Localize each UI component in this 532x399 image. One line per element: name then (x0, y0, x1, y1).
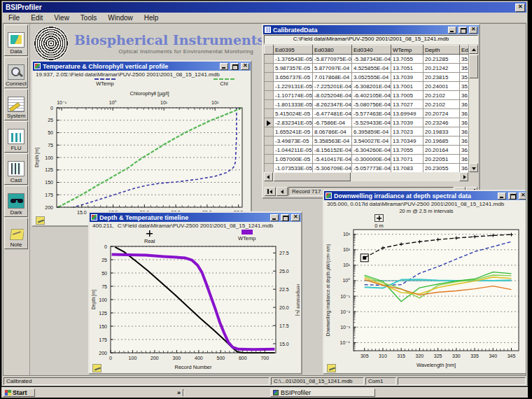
table-cell: 13.7071 (391, 155, 424, 164)
scroll-right-icon[interactable] (459, 172, 468, 181)
table-row[interactable]: -1.229131E-05-7.225201E-04-6.308201E-041… (265, 82, 469, 91)
column-header[interactable]: Depth (424, 46, 460, 55)
menu-edit[interactable]: Edit (25, 13, 48, 22)
table-cell: 5.877097E-04 (313, 64, 352, 73)
note-badge-icon[interactable] (36, 216, 45, 225)
row-selector[interactable] (265, 55, 274, 64)
close-icon[interactable] (291, 214, 300, 221)
table-row[interactable]: -1.107174E-05-8.025204E-04-6.402105E-041… (265, 91, 469, 100)
scroll-up-icon[interactable] (469, 45, 478, 54)
table-row[interactable]: 1.655241E-058.06786E-046.395859E-0413.70… (265, 127, 469, 136)
minimize-icon[interactable] (270, 214, 279, 221)
row-selector[interactable] (265, 127, 274, 136)
menu-tools[interactable]: Tools (75, 13, 102, 22)
table-cell: 35. (460, 64, 469, 73)
profile-chart[interactable]: 15.017.520.022.525.027.5Temperature [C]1… (33, 90, 249, 224)
table-row[interactable]: -1.801333E-05-8.262347E-04-5.080756E-041… (265, 100, 469, 109)
table-row[interactable]: -2.832341E-05-6.7586E-04-5.529433E-0413.… (265, 118, 469, 127)
horizontal-scrollbar[interactable] (264, 172, 468, 181)
prev-record-icon[interactable] (276, 187, 288, 196)
window-timeline-titlebar[interactable]: Depth & Temperature timeline (90, 213, 301, 222)
task-button-bsiprofiler[interactable]: BSIProfiler (270, 388, 375, 397)
menu-file[interactable]: File (3, 13, 25, 22)
row-selector[interactable] (265, 73, 274, 82)
close-icon[interactable] (469, 27, 477, 34)
table-cell: 20.2102 (424, 91, 460, 100)
table-row[interactable]: -1.376543E-05-5.8770975E-04-5.387343E-04… (265, 55, 469, 64)
window-title: Temperature & Chlorophyll vertical profi… (43, 63, 218, 70)
window-calibrated-titlebar[interactable]: CalibratedData (263, 25, 479, 34)
table-cell: -2.832341E-05 (274, 118, 313, 127)
maximize-icon[interactable] (281, 214, 289, 221)
close-icon[interactable] (515, 4, 525, 12)
row-selector[interactable] (265, 64, 274, 73)
window-title: Depth & Temperature timeline (99, 214, 268, 221)
windows-flag-icon (5, 390, 11, 396)
scrollbar-thumb[interactable] (469, 55, 478, 78)
row-selector[interactable] (265, 155, 274, 164)
toolbar-button-system[interactable]: System (4, 89, 28, 120)
toolbar-button-connect[interactable]: Connect (4, 57, 28, 88)
scroll-left-icon[interactable] (264, 172, 273, 181)
minimize-icon[interactable] (498, 192, 506, 200)
table-row[interactable]: 5.987357E-055.877097E-044.525855E-0413.7… (265, 64, 469, 73)
row-selector-header[interactable] (265, 46, 274, 55)
table-row[interactable]: -1.073533E-05-5.306709E-04-5.057773E-041… (265, 164, 469, 173)
table-row[interactable]: 3.656737E-057.017868E-043.052555E-0413.7… (265, 73, 469, 82)
data-file-path: C:\Field data\Miramar\PUV-2500 2001\2001… (90, 223, 301, 229)
minimize-icon[interactable] (220, 63, 228, 70)
column-header[interactable]: WTemp (391, 46, 424, 55)
row-selector[interactable] (265, 136, 274, 146)
vertical-scrollbar[interactable] (468, 45, 478, 172)
legend-swatch (241, 230, 253, 234)
cursor-readout: 400.211, (92, 223, 114, 229)
maximize-icon[interactable] (230, 63, 239, 70)
column-header[interactable]: Ed0395 (274, 46, 313, 55)
note-badge-icon[interactable] (92, 364, 102, 372)
scrollbar-thumb[interactable] (274, 172, 351, 181)
scroll-down-icon[interactable] (469, 163, 478, 172)
toolbar-button-note[interactable]: Note (4, 218, 28, 249)
toolbar-overflow-chevron-icon[interactable]: » (177, 389, 181, 396)
note-badge-icon[interactable] (327, 364, 336, 372)
row-selector[interactable] (265, 118, 274, 127)
spectral-chart[interactable]: 305310315320325330335340345Wavelength [n… (324, 225, 526, 369)
close-icon[interactable] (519, 192, 526, 200)
column-header[interactable]: Ed3 (460, 46, 469, 55)
first-record-icon[interactable] (265, 187, 276, 196)
toolbar-button-data[interactable]: Data (4, 24, 28, 56)
maximize-icon[interactable] (458, 27, 467, 34)
svg-text:Chlorophyll [µg/l]: Chlorophyll [µg/l] (130, 90, 169, 97)
toolbar-button-cast[interactable]: Cast (4, 153, 28, 185)
table-row[interactable]: 1.057000E-05-5.410417E-04-0.300000E-0413… (265, 155, 469, 164)
row-selector[interactable] (265, 109, 274, 118)
timeline-chart[interactable]: 0100200300400500600700Record Number02550… (90, 241, 300, 371)
table-cell: 35. (460, 82, 469, 91)
column-header[interactable]: Ed0340 (352, 46, 391, 55)
task-label: BSIProfiler (281, 389, 311, 396)
table-row[interactable]: 5.415024E-05-6.477481E-04-5.577463E-0413… (265, 109, 469, 118)
table-row[interactable]: -3.49873E-055.358563E-043.540027E-0413.7… (265, 136, 469, 146)
row-selector[interactable] (265, 82, 274, 91)
row-selector[interactable] (265, 164, 274, 173)
window-spectral-titlebar[interactable]: Downwelling irradiance at depth spectral… (324, 191, 526, 200)
menu-help[interactable]: Help (139, 13, 164, 22)
row-selector[interactable] (265, 91, 274, 100)
table-cell: 5.358563E-04 (313, 136, 352, 146)
minimize-icon[interactable] (448, 27, 456, 34)
menu-view[interactable]: View (48, 13, 75, 22)
close-icon[interactable] (241, 63, 249, 70)
table-cell: -6.477481E-04 (313, 109, 352, 118)
window-profile-titlebar[interactable]: Temperature & Chlorophyll vertical profi… (33, 62, 251, 71)
table-row[interactable]: -1.044211E-05-8.156152E-04-6.304260E-041… (265, 146, 469, 155)
column-header[interactable]: Ed0380 (313, 46, 352, 55)
toolbar-button-dark[interactable]: Dark (4, 186, 28, 217)
row-selector[interactable] (265, 146, 274, 155)
svg-text:15.0: 15.0 (279, 342, 289, 346)
toolbar-button-flu[interactable]: FLU (4, 121, 28, 153)
menu-window[interactable]: Window (102, 13, 139, 22)
row-selector[interactable] (265, 100, 274, 109)
maximize-icon[interactable] (508, 192, 517, 200)
start-button[interactable]: Start (3, 388, 35, 397)
app-titlebar[interactable]: BSIProfiler (3, 2, 526, 13)
